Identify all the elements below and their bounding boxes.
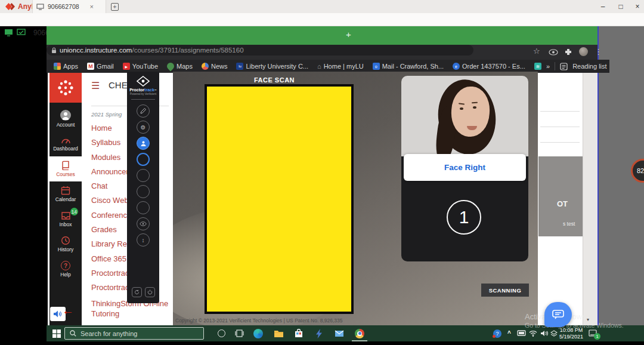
profile-avatar[interactable] [579,47,588,56]
proctortrack-sidebar: Proctortrack™ Powered by Verificient ⚙ ↕ [127,72,159,303]
task-view-icon [235,329,244,337]
store-bag-icon [295,329,303,338]
minimize-button[interactable]: – [596,1,609,12]
new-session-tab-icon[interactable]: + [111,3,119,11]
bookmark-news[interactable]: News [202,63,228,70]
maximize-button[interactable]: □ [614,1,627,12]
pt-step-6-icon[interactable] [137,201,150,214]
mail-button[interactable] [333,325,346,341]
cortana-icon [218,329,225,337]
chrome-button[interactable] [353,325,366,341]
sidebar-item-calendar[interactable]: Calendar [49,181,82,207]
sidebar-item-help[interactable]: ? Help [49,257,82,282]
anydesk-logo-icon [5,2,16,11]
sidebar-item-dashboard[interactable]: Dashboard [49,131,82,156]
pt-restart-icon[interactable] [132,287,142,297]
file-explorer-button[interactable] [272,325,285,341]
lock-icon [51,47,57,54]
speaker-icon [53,310,63,318]
course-term: 2021 Spring [91,111,122,118]
search-icon [70,330,76,337]
gmail-icon: M [87,63,94,70]
course-menu-toggle-icon[interactable]: ☰ [91,80,100,91]
notification-count-badge: 1 [594,333,600,340]
sidebar-item-inbox[interactable]: Inbox 14 [49,207,82,232]
page-divider [540,142,580,143]
inbox-unread-badge: 14 [70,208,78,215]
page-scrollbar[interactable] [583,73,597,325]
pt-sidebar-actions [132,287,155,297]
start-button[interactable] [50,325,63,341]
edge-icon [253,329,263,338]
close-button[interactable]: × [631,1,644,12]
bookmarks-bar: Apps MGmail ▶YouTube Maps News luLiberty… [47,60,597,73]
bookmark-mail-crawford[interactable]: oMail - Crawford, Sh... [373,63,444,70]
monitor-icon [36,4,44,10]
pt-step-resize-icon[interactable]: ↕ [137,233,150,247]
cortana-button[interactable] [215,325,228,341]
new-tab-icon[interactable]: + [346,29,351,39]
scanning-status: SCANNING [481,284,529,297]
pt-step-edit-icon[interactable] [137,104,150,118]
browser-address-row: ← → ↻ unioncc.instructure.com/courses/37… [47,45,597,60]
anydesk-session-tab[interactable]: 906662708 × [32,0,106,13]
extension-eye-icon[interactable] [549,49,558,56]
bookmarks-overflow-icon[interactable]: » [546,63,550,70]
liberty-icon: lu [236,63,243,70]
pt-step-4-icon[interactable] [137,169,150,182]
pt-power-icon[interactable] [145,287,155,297]
url-path: /courses/37911/assignments/585160 [132,47,243,54]
bookmark-liberty[interactable]: luLiberty University C... [236,63,308,70]
pt-step-facescan-icon[interactable] [137,153,150,166]
history-clock-icon [61,236,70,245]
search-placeholder: Search for anything [80,330,137,337]
sidebar-item-courses[interactable]: Courses [49,156,82,181]
remote-screen-icon[interactable] [4,29,13,36]
page-caption-fragment: s test [563,221,575,227]
chat-widget-button[interactable] [544,302,572,327]
folder-icon [274,329,284,338]
guide-photo [401,76,528,156]
bookmark-youtube[interactable]: ▶YouTube [123,63,158,70]
task-view-button[interactable] [233,325,246,341]
connection-screen-icon[interactable] [17,29,26,36]
pt-step-monitor-eye-icon[interactable] [137,217,150,230]
store-button[interactable] [292,325,305,341]
reading-list-label[interactable]: Reading list [572,63,606,70]
tray-expand-icon[interactable]: ^ [504,325,514,341]
collapse-menu-arrow-icon[interactable]: ← [62,304,74,318]
bookmark-maps[interactable]: Maps [167,63,193,70]
canvas-logo[interactable] [49,73,82,103]
reading-list-icon[interactable] [560,63,568,70]
pt-step-5-icon[interactable] [137,185,150,198]
page-divider [540,127,580,127]
address-bar[interactable]: unioncc.instructure.com/courses/37911/as… [47,45,473,56]
bookmark-mylu[interactable]: ⌂Home | myLU [317,63,364,70]
sidebar-item-account[interactable]: Account [49,106,82,131]
taskbar-search-input[interactable]: Search for anything [64,327,204,340]
course-title: CHE [109,80,128,90]
page-screenshot-panel [538,156,583,236]
tray-help-button[interactable]: ? [491,325,503,341]
youtube-icon: ▶ [123,63,130,70]
edge-button[interactable] [252,325,265,341]
chat-bubble-icon [552,310,564,319]
bookmark-order[interactable]: eOrder 1437570 - Es... [453,63,525,70]
anydesk-titlebar: AnyDesk 906662708 × + – □ × [0,0,644,13]
navient-icon: ≋ [534,63,541,70]
order-icon: e [453,63,460,70]
session-tab-close-icon[interactable]: × [90,3,94,10]
sidebar-item-history[interactable]: History [49,232,82,257]
active-app-indicator [352,340,367,341]
pt-step-identity-icon[interactable] [137,137,150,150]
proctortrack-logo-icon [137,76,150,87]
bookmark-gmail[interactable]: MGmail [87,63,114,70]
bookmark-star-icon[interactable]: ☆ [533,47,540,56]
browser-menu-icon[interactable]: ⋮ [595,47,602,56]
pt-step-settings-icon[interactable]: ⚙ [137,121,150,134]
taskbar-clock[interactable]: 10:08 PM 5/19/2021 [557,327,586,341]
anydesk-taskbar-button[interactable] [312,325,326,341]
activate-windows-watermark-sub: Go to Settings to activate Windows. [525,322,624,329]
extensions-puzzle-icon[interactable] [564,48,572,56]
bookmark-apps[interactable]: Apps [54,63,78,70]
